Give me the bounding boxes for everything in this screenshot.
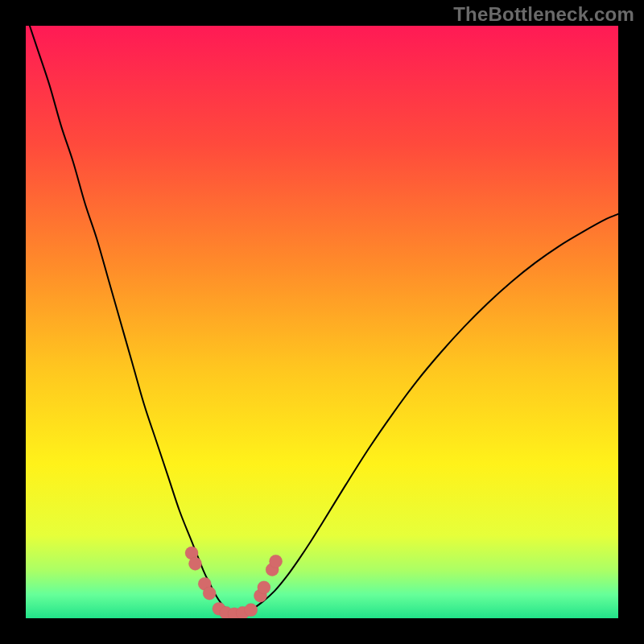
marker-dot — [203, 587, 216, 600]
marker-dot — [269, 555, 282, 568]
marker-dot — [245, 604, 258, 617]
chart-svg — [26, 26, 618, 618]
marker-dot — [258, 581, 270, 594]
chart-stage: TheBottleneck.com — [0, 0, 644, 644]
gradient-background — [26, 26, 618, 618]
watermark-text: TheBottleneck.com — [453, 3, 634, 26]
plot-area — [26, 26, 618, 618]
marker-dot — [188, 557, 201, 570]
